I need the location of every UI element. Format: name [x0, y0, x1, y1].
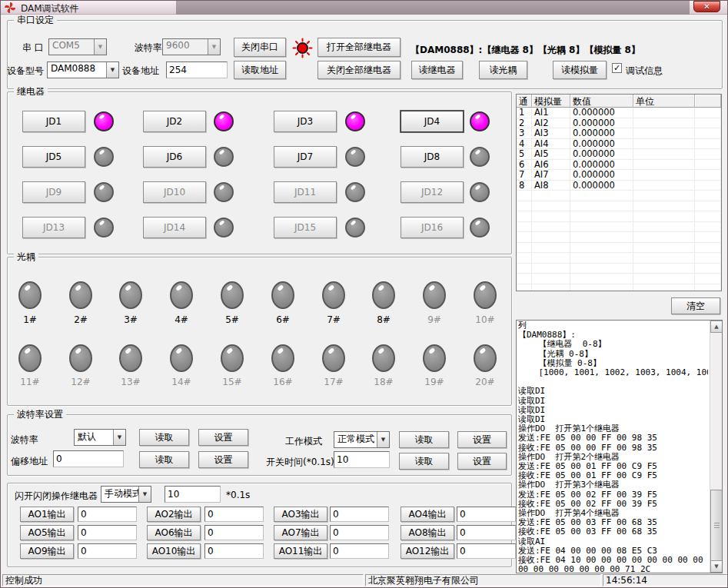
read-analog-button[interactable]: 读模拟量: [553, 61, 607, 79]
ao-output-input-12[interactable]: [457, 543, 516, 559]
table-row[interactable]: 1AI10.000000: [517, 108, 721, 118]
table-cell: [517, 274, 532, 284]
table-row[interactable]: 8AI80.000000: [517, 181, 721, 191]
table-row[interactable]: 4AI40.000000: [517, 139, 721, 150]
relay-led-jd7: [345, 147, 365, 167]
table-header-cell: 数值: [570, 95, 633, 108]
workmode-set-button[interactable]: 设置: [457, 431, 507, 448]
table-row[interactable]: 6AI60.000000: [517, 160, 721, 171]
ao-output-input-5[interactable]: [78, 525, 137, 540]
table-cell: AI8: [532, 181, 570, 191]
ao-output-button-5[interactable]: AO5输出: [20, 525, 74, 540]
table-cell: AI4: [532, 139, 570, 150]
opto-group-title: 光耦: [14, 251, 38, 263]
table-row[interactable]: 2AI20.000000: [517, 118, 721, 129]
close-button[interactable]: ✕: [693, 1, 720, 12]
relay-button-jd4[interactable]: JD4: [401, 111, 464, 132]
relay-button-jd7[interactable]: JD7: [274, 146, 337, 168]
ao-output-input-2[interactable]: [204, 507, 264, 522]
switch-time-input[interactable]: [334, 451, 390, 468]
log-scrollbar[interactable]: [710, 321, 722, 573]
ao-output-input-3[interactable]: [330, 507, 389, 522]
ao-output-button-10[interactable]: AO10输出: [147, 543, 201, 559]
ao-output-button-1[interactable]: AO1输出: [20, 507, 74, 522]
offset-read-button[interactable]: 读取: [139, 451, 189, 468]
device-model-select[interactable]: DAM0888: [47, 61, 119, 78]
read-relay-button[interactable]: 读继电器: [411, 61, 463, 79]
serial-group-title: 串口设定: [14, 15, 57, 26]
ao-output-input-11[interactable]: [330, 543, 389, 559]
log-box[interactable]: 列【DAM0888】: 【继电器 0-8】 【光耦 0-8】 【模拟量 0-8】…: [516, 320, 723, 573]
table-cell: [633, 160, 695, 171]
ao-output-input-7[interactable]: [330, 525, 389, 540]
table-cell: [695, 128, 721, 139]
workmode-select[interactable]: 正常模式: [334, 431, 390, 448]
switch-read-button[interactable]: 读取: [399, 453, 449, 470]
device-address-input[interactable]: [166, 61, 228, 78]
ao-output-input-4[interactable]: [457, 507, 516, 522]
workmode-read-button[interactable]: 读取: [399, 431, 449, 448]
ao-output-button-12[interactable]: AO12输出: [401, 543, 454, 559]
ao-output-button-11[interactable]: AO11输出: [274, 543, 327, 559]
ao-output-button-8[interactable]: AO8输出: [401, 525, 454, 540]
ao-output-button-6[interactable]: AO6输出: [147, 525, 201, 540]
table-row[interactable]: 7AI70.000000: [517, 170, 721, 181]
open-all-relays-button[interactable]: 打开全部继电器: [317, 38, 401, 57]
ao-output-input-9[interactable]: [78, 543, 137, 559]
table-cell: [532, 201, 570, 212]
relay-led-jd6: [214, 147, 234, 167]
close-port-button[interactable]: 关闭串口: [234, 38, 286, 57]
offset-address-input[interactable]: [53, 450, 124, 467]
relay-button-jd6[interactable]: JD6: [143, 146, 206, 168]
close-all-relays-button[interactable]: 关闭全部继电器: [317, 61, 401, 79]
ao-output-button-9[interactable]: AO9输出: [20, 543, 74, 559]
relay-button-jd1[interactable]: JD1: [22, 111, 85, 132]
table-cell: [695, 149, 721, 160]
relay-button-jd8[interactable]: JD8: [401, 146, 464, 168]
read-address-button[interactable]: 读取地址: [234, 61, 286, 79]
relay-button-jd2[interactable]: JD2: [143, 111, 206, 132]
relay-button-jd5[interactable]: JD5: [22, 146, 85, 168]
flash-time-input[interactable]: [165, 486, 221, 503]
scroll-down-icon[interactable]: [710, 560, 723, 573]
opto-led-8: [372, 281, 395, 309]
table-empty-row: [517, 232, 721, 243]
ao-output-input-10[interactable]: [204, 543, 264, 559]
ao-output-button-4[interactable]: AO4输出: [401, 507, 454, 522]
table-cell: [532, 232, 570, 243]
debug-info-checkbox[interactable]: [612, 63, 622, 73]
table-cell: [570, 253, 633, 264]
table-empty-row: [517, 274, 721, 284]
table-row[interactable]: 3AI30.000000: [517, 128, 721, 139]
flash-mode-select[interactable]: 手动模式: [101, 486, 151, 503]
relay-button-jd3[interactable]: JD3: [274, 111, 337, 132]
relay-led-jd4: [470, 111, 490, 131]
table-row[interactable]: 5AI50.000000: [517, 149, 721, 160]
baud-set-button[interactable]: 设置: [198, 429, 248, 446]
table-header-row: 通模拟量数值单位: [517, 95, 721, 108]
ao-output-input-1[interactable]: [78, 507, 137, 522]
read-opto-button[interactable]: 读光耦: [479, 61, 527, 79]
switch-set-button[interactable]: 设置: [457, 453, 507, 470]
ao-output-input-8[interactable]: [457, 525, 516, 540]
ao-output-button-3[interactable]: AO3输出: [274, 507, 327, 522]
titlebar[interactable]: DAM调试软件 ✕: [1, 1, 728, 15]
baud-read-button[interactable]: 读取: [139, 429, 189, 446]
table-cell: 2: [517, 118, 532, 129]
chevron-down-icon: [377, 432, 389, 447]
table-cell: [695, 191, 721, 201]
table-cell: 4: [517, 139, 532, 150]
ao-output-input-6[interactable]: [204, 525, 264, 540]
scroll-up-icon[interactable]: [710, 321, 723, 333]
relay-button-jd16: JD16: [401, 217, 464, 238]
offset-set-button[interactable]: 设置: [198, 451, 248, 468]
clear-log-button[interactable]: 清空: [671, 297, 720, 314]
ao-output-button-7[interactable]: AO7输出: [274, 525, 327, 540]
table-cell: [633, 149, 695, 160]
analog-table[interactable]: 通模拟量数值单位1AI10.0000002AI20.0000003AI30.00…: [516, 94, 722, 291]
scrollbar-thumb[interactable]: [710, 490, 723, 561]
baud-set-select[interactable]: 默认: [74, 429, 126, 446]
chevron-down-icon: [113, 430, 125, 445]
table-cell: AI2: [532, 118, 570, 129]
ao-output-button-2[interactable]: AO2输出: [147, 507, 201, 522]
